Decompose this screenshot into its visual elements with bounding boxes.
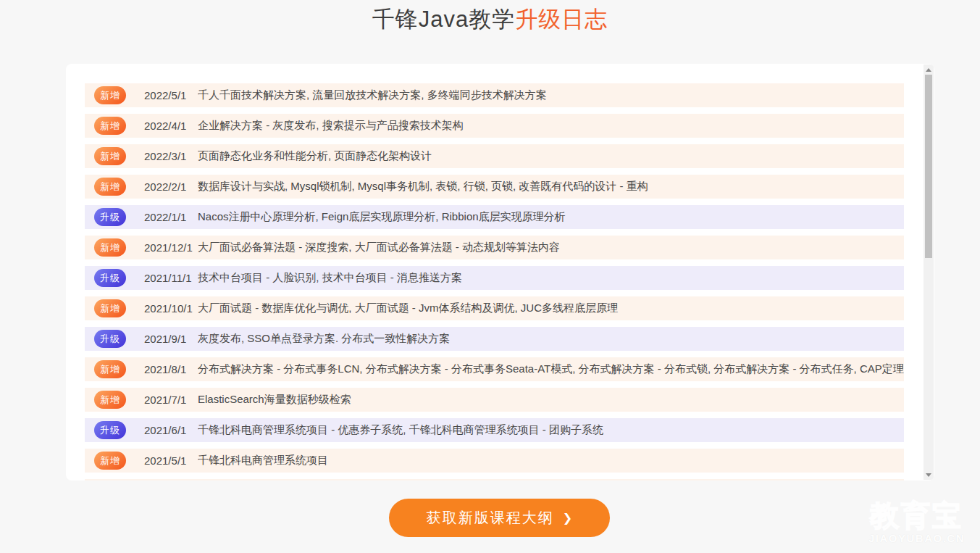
- status-badge: 升级: [94, 269, 126, 287]
- entry-date: 2021/10/1: [144, 302, 198, 315]
- log-row: 新增2022/5/1千人千面技术解决方案, 流量回放技术解决方案, 多终端同步技…: [85, 83, 904, 107]
- entry-text: 数据库设计与实战, Mysql锁机制, Mysql事务机制, 表锁, 行锁, 页…: [198, 180, 904, 194]
- status-badge: 新增: [94, 360, 126, 378]
- scrollbar-thumb[interactable]: [925, 75, 932, 258]
- log-row: 新增2021/8/1分布式解决方案 - 分布式事务LCN, 分布式解决方案 - …: [85, 357, 904, 381]
- page-title-accent: 升级日志: [515, 7, 608, 32]
- watermark-logo-text: 教育宝: [868, 501, 965, 530]
- entry-text: 千人千面技术解决方案, 流量回放技术解决方案, 多终端同步技术解决方案: [198, 88, 904, 102]
- entry-date: 2021/12/1: [144, 241, 198, 254]
- log-row: 升级2021/6/1千锋北科电商管理系统项目 - 优惠券子系统, 千锋北科电商管…: [85, 418, 904, 442]
- log-row: 升级2021/11/1技术中台项目 - 人脸识别, 技术中台项目 - 消息推送方…: [85, 266, 904, 290]
- entry-date: 2022/2/1: [144, 180, 198, 193]
- entry-date: 2022/3/1: [144, 150, 198, 162]
- status-badge: 新增: [94, 238, 126, 257]
- log-row: 新增2021/10/1大厂面试题 - 数据库优化与调优, 大厂面试题 - Jvm…: [85, 296, 904, 320]
- entry-date: 2021/7/1: [144, 394, 198, 406]
- triangle-up-icon: [926, 68, 931, 72]
- page-title: 千锋Java教学升级日志: [0, 4, 980, 35]
- page-title-prefix: 千锋Java教学: [372, 7, 515, 32]
- status-badge: 新增: [94, 86, 126, 104]
- chevron-right-icon: ❯: [563, 511, 572, 525]
- status-badge: 新增: [94, 391, 126, 409]
- cta-label: 获取新版课程大纲: [427, 508, 554, 528]
- entry-text: 灰度发布, SSO单点登录方案. 分布式一致性解决方案: [198, 332, 904, 346]
- entry-text: 企业解决方案 - 灰度发布, 搜索提示与产品搜索技术架构: [198, 119, 904, 133]
- log-row: 新增2021/12/1大厂面试必备算法题 - 深度搜索, 大厂面试必备算法题 -…: [85, 236, 904, 259]
- status-badge: 新增: [94, 147, 126, 165]
- entry-text: ElasticSearch海量数据秒级检索: [198, 393, 904, 407]
- scrollbar[interactable]: [924, 65, 934, 480]
- log-row: 新增2022/4/1企业解决方案 - 灰度发布, 搜索提示与产品搜索技术架构: [85, 114, 904, 138]
- entry-date: 2022/4/1: [144, 120, 198, 132]
- scrollbar-up-button[interactable]: [924, 65, 934, 75]
- log-row: 新增2022/3/1页面静态化业务和性能分析, 页面静态化架构设计: [85, 144, 904, 168]
- changelog-list[interactable]: 新增2022/5/1千人千面技术解决方案, 流量回放技术解决方案, 多终端同步技…: [66, 64, 924, 481]
- entry-text: 大厂面试题 - 数据库优化与调优, 大厂面试题 - Jvm体系结构及调优, JU…: [198, 302, 904, 315]
- status-badge: 升级: [94, 208, 126, 226]
- entry-text: 千锋北科电商管理系统项目 - 优惠券子系统, 千锋北科电商管理系统项目 - 团购…: [198, 423, 904, 437]
- entry-date: 2022/1/1: [144, 211, 198, 223]
- jiaoyubao-watermark: 教育宝 JIAOYUBAO.CN: [868, 501, 965, 544]
- get-course-outline-button[interactable]: 获取新版课程大纲❯: [389, 499, 610, 537]
- entry-date: 2021/8/1: [144, 363, 198, 375]
- watermark-domain-text: JIAOYUBAO.CN: [868, 532, 965, 544]
- status-badge: 新增: [94, 178, 126, 196]
- entry-date: 2021/5/1: [144, 454, 198, 467]
- log-row: 升级2021/9/1灰度发布, SSO单点登录方案. 分布式一致性解决方案: [85, 327, 904, 351]
- log-row: 新增2021/5/1千锋北科电商管理系统项目: [85, 449, 904, 473]
- entry-date: 2022/5/1: [144, 89, 198, 101]
- log-row-partial: [85, 479, 904, 481]
- entry-text: 页面静态化业务和性能分析, 页面静态化架构设计: [198, 149, 904, 163]
- status-badge: 升级: [94, 330, 126, 348]
- entry-text: Nacos注册中心原理分析, Feign底层实现原理分析, Ribbion底层实…: [198, 210, 904, 224]
- log-row: 升级2022/1/1Nacos注册中心原理分析, Feign底层实现原理分析, …: [85, 205, 904, 229]
- entry-text: 分布式解决方案 - 分布式事务LCN, 分布式解决方案 - 分布式事务Seata…: [198, 362, 904, 376]
- entry-text: 千锋北科电商管理系统项目: [198, 454, 904, 467]
- scrollbar-down-button[interactable]: [924, 470, 934, 480]
- changelog-card: 新增2022/5/1千人千面技术解决方案, 流量回放技术解决方案, 多终端同步技…: [66, 64, 934, 481]
- entry-text: 大厂面试必备算法题 - 深度搜索, 大厂面试必备算法题 - 动态规划等算法内容: [198, 241, 904, 254]
- entry-date: 2021/9/1: [144, 333, 198, 345]
- entry-date: 2021/6/1: [144, 424, 198, 436]
- entry-date: 2021/11/1: [144, 272, 198, 284]
- log-row: 新增2022/2/1数据库设计与实战, Mysql锁机制, Mysql事务机制,…: [85, 175, 904, 199]
- status-badge: 新增: [94, 299, 126, 317]
- entry-text: 技术中台项目 - 人脸识别, 技术中台项目 - 消息推送方案: [198, 271, 904, 285]
- triangle-down-icon: [926, 473, 931, 477]
- status-badge: 升级: [94, 421, 126, 439]
- log-row: 新增2021/7/1ElasticSearch海量数据秒级检索: [85, 388, 904, 412]
- status-badge: 新增: [94, 452, 126, 470]
- status-badge: 新增: [94, 117, 126, 135]
